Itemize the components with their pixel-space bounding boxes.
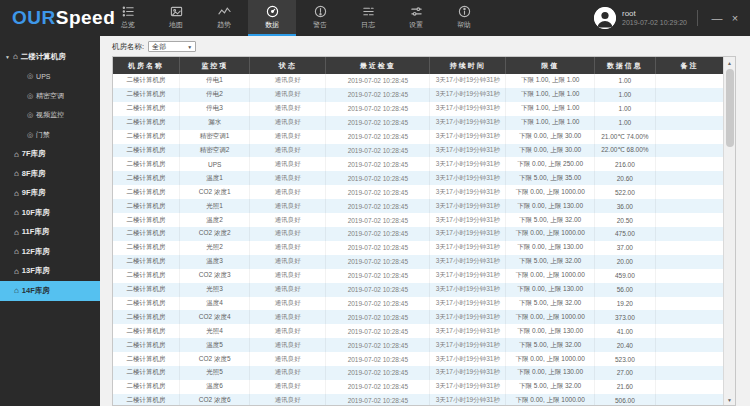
scroll-up-icon[interactable]: ▲ [724,57,735,68]
cell-status: 通讯良好 [250,185,326,199]
table-row[interactable]: 二楼计算机房CO2 浓度2通讯良好2019-07-02 10:28:453天17… [113,227,723,241]
cell-checked: 2019-07-02 10:28:45 [326,171,430,185]
sidebar-subitem-ups[interactable]: ◎UPS [0,67,100,87]
settings-icon [410,5,423,18]
nav-item-settings[interactable]: 设置 [392,0,440,36]
nav-item-data[interactable]: 数据 [248,0,296,36]
cell-value: 20.50 [595,213,656,227]
nav-item-alert[interactable]: 警告 [296,0,344,36]
cell-status: 通讯良好 [250,102,326,116]
cell-duration: 3天17小时19分钟31秒 [430,352,506,366]
cell-room: 二楼计算机房 [113,185,180,199]
cell-remark [656,171,723,185]
table-row[interactable]: 二楼计算机房CO2 浓度4通讯良好2019-07-02 10:28:453天17… [113,310,723,324]
sidebar-item-label: 7F库房 [22,149,46,159]
table-row[interactable]: 二楼计算机房CO2 浓度3通讯良好2019-07-02 10:28:453天17… [113,269,723,283]
cell-item: CO2 浓度1 [180,185,250,199]
table-row[interactable]: 二楼计算机房光照4通讯良好2019-07-02 10:28:453天17小时19… [113,324,723,338]
cell-item: 光照1 [180,199,250,213]
cell-duration: 3天17小时19分钟31秒 [430,297,506,311]
sidebar-item-store-9f[interactable]: ⌂9F库房 [0,184,100,204]
table-row[interactable]: 二楼计算机房光照3通讯良好2019-07-02 10:28:453天17小时19… [113,283,723,297]
sidebar-subitem-door-access[interactable]: ◎门禁 [0,125,100,145]
room-filter-select[interactable]: 全部 ▼ [148,41,196,52]
table-row[interactable]: 二楼计算机房UPS通讯良好2019-07-02 10:28:453天17小时19… [113,157,723,171]
cell-status: 通讯良好 [250,241,326,255]
target-icon: ◎ [27,131,33,139]
sidebar-item-store-12f[interactable]: ⌂12F库房 [0,242,100,262]
table-row[interactable]: 二楼计算机房温度2通讯良好2019-07-02 10:28:453天17小时19… [113,213,723,227]
table-row[interactable]: 二楼计算机房停电3通讯良好2019-07-02 10:28:453天17小时19… [113,102,723,116]
cell-value: 523.00 [595,352,656,366]
table-row[interactable]: 二楼计算机房温度5通讯良好2019-07-02 10:28:453天17小时19… [113,338,723,352]
cell-remark [656,297,723,311]
table-row[interactable]: 二楼计算机房光照2通讯良好2019-07-02 10:28:453天17小时19… [113,241,723,255]
cell-duration: 3天17小时19分钟31秒 [430,74,506,88]
table-row[interactable]: 二楼计算机房CO2 浓度6通讯良好2019-07-02 10:28:453天17… [113,394,723,405]
table-row[interactable]: 二楼计算机房温度4通讯良好2019-07-02 10:28:453天17小时19… [113,297,723,311]
column-header-6[interactable]: 数据信息 [595,57,656,74]
table-row[interactable]: 二楼计算机房CO2 浓度1通讯良好2019-07-02 10:28:453天17… [113,185,723,199]
cell-checked: 2019-07-02 10:28:45 [326,241,430,255]
nav-item-help[interactable]: 帮助 [440,0,488,36]
table-row[interactable]: 二楼计算机房停电2通讯良好2019-07-02 10:28:453天17小时19… [113,88,723,102]
column-header-3[interactable]: 最近检查 [326,57,430,74]
column-header-1[interactable]: 监控项 [180,57,250,74]
column-header-4[interactable]: 持续时间 [430,57,506,74]
nav-item-map[interactable]: 地图 [152,0,200,36]
sidebar-subitem-precision-ac[interactable]: ◎精密空调 [0,86,100,106]
sidebar-item-store-10f[interactable]: ⌂10F库房 [0,203,100,223]
table-row[interactable]: 二楼计算机房温度1通讯良好2019-07-02 10:28:453天17小时19… [113,171,723,185]
cell-remark [656,255,723,269]
cell-status: 通讯良好 [250,310,326,324]
sidebar-item-store-7f[interactable]: ⌂7F库房 [0,145,100,165]
sidebar-item-label: 11F库房 [22,227,50,237]
sidebar-item-label: 9F库房 [22,188,46,198]
cell-duration: 3天17小时19分钟31秒 [430,310,506,324]
table-body: 二楼计算机房停电1通讯良好2019-07-02 10:28:453天17小时19… [113,74,723,405]
cell-item: CO2 浓度3 [180,269,250,283]
help-icon [458,5,471,18]
column-header-2[interactable]: 状态 [250,57,326,74]
table-row[interactable]: 二楼计算机房精密空调2通讯良好2019-07-02 10:28:453天17小时… [113,144,723,158]
cell-limit: 下限 1.00, 上限 1.00 [506,102,594,116]
dropdown-arrow-icon: ▼ [187,44,192,50]
table-row[interactable]: 二楼计算机房精密空调1通讯良好2019-07-02 10:28:453天17小时… [113,130,723,144]
house-icon: ⌂ [13,52,18,61]
close-button[interactable]: × [726,0,744,36]
table-row[interactable]: 二楼计算机房温度6通讯良好2019-07-02 10:28:453天17小时19… [113,380,723,394]
cell-item: CO2 浓度2 [180,227,250,241]
column-header-7[interactable]: 备注 [656,57,723,74]
cell-checked: 2019-07-02 10:28:45 [326,269,430,283]
scrollbar-thumb[interactable] [726,69,734,147]
table-scrollbar[interactable]: ▲ ▼ [723,57,735,405]
cell-value: 475.00 [595,227,656,241]
cell-duration: 3天17小时19分钟31秒 [430,116,506,130]
sidebar-item-store-8f[interactable]: ⌂8F库房 [0,164,100,184]
table-row[interactable]: 二楼计算机房CO2 浓度5通讯良好2019-07-02 10:28:453天17… [113,352,723,366]
minimize-button[interactable]: — [708,0,726,36]
nav-item-log[interactable]: 日志 [344,0,392,36]
cell-limit: 下限 0.00, 上限 1000.00 [506,310,594,324]
cell-remark [656,241,723,255]
cell-checked: 2019-07-02 10:28:45 [326,157,430,171]
nav-item-trend[interactable]: 趋势 [200,0,248,36]
sidebar-item-store-14f[interactable]: ⌂14F库房 [0,281,100,301]
table-row[interactable]: 二楼计算机房漏水通讯良好2019-07-02 10:28:453天17小时19分… [113,116,723,130]
sidebar-item-store-13f[interactable]: ⌂13F库房 [0,262,100,282]
table-row[interactable]: 二楼计算机房温度3通讯良好2019-07-02 10:28:453天17小时19… [113,255,723,269]
sidebar-subitem-video-monitor[interactable]: ◎视频监控 [0,106,100,126]
scroll-down-icon[interactable]: ▼ [724,394,735,405]
table-row[interactable]: 二楼计算机房光照1通讯良好2019-07-02 10:28:453天17小时19… [113,199,723,213]
table-row[interactable]: 二楼计算机房停电1通讯良好2019-07-02 10:28:453天17小时19… [113,74,723,88]
column-header-5[interactable]: 限值 [506,57,594,74]
sidebar-subitem-label: 精密空调 [36,91,64,101]
cell-item: 光照5 [180,366,250,380]
sidebar-item-computer-room-2f[interactable]: ▼⌂二楼计算机房 [0,47,100,67]
avatar[interactable] [594,7,616,29]
nav-item-overview[interactable]: 总览 [104,0,152,36]
table-row[interactable]: 二楼计算机房光照5通讯良好2019-07-02 10:28:453天17小时19… [113,366,723,380]
cell-status: 通讯良好 [250,213,326,227]
sidebar-item-store-11f[interactable]: ⌂11F库房 [0,223,100,243]
column-header-0[interactable]: 机房名称 [113,57,180,74]
